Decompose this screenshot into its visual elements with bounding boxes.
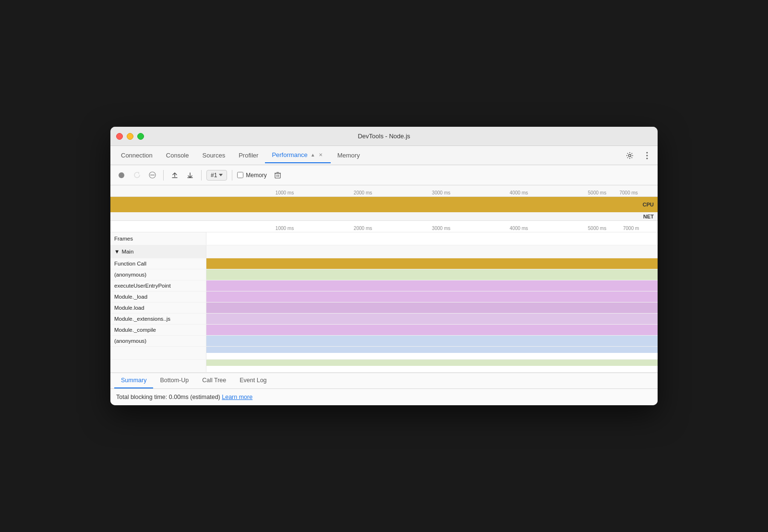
more-icon <box>646 152 648 159</box>
tab-summary[interactable]: Summary <box>114 373 153 388</box>
tab-connection[interactable]: Connection <box>114 148 159 163</box>
session-label: #1 <box>211 172 217 179</box>
separator-3 <box>232 170 232 181</box>
row-content-9[interactable] <box>206 360 658 372</box>
flame-row-8 <box>110 347 658 360</box>
row-label-5: Module._extensions..js <box>110 314 206 324</box>
upload-button[interactable] <box>168 169 181 181</box>
main-section-label[interactable]: ▼ Main <box>110 245 206 258</box>
learn-more-link[interactable]: Learn more <box>222 394 252 400</box>
flame-row-7: (anonymous) <box>110 336 658 347</box>
close-button[interactable] <box>116 133 123 140</box>
ruler2-3000: 3000 ms <box>432 226 450 231</box>
row-content-6[interactable] <box>206 325 658 335</box>
second-ruler: 1000 ms 2000 ms 3000 ms 4000 ms 5000 ms … <box>110 221 658 232</box>
performance-icon: ▲ <box>311 152 315 157</box>
more-menu-button[interactable] <box>640 149 654 162</box>
reload-button[interactable] <box>131 169 143 181</box>
title-bar: DevTools - Node.js <box>110 127 658 146</box>
flame-block-7 <box>206 336 658 346</box>
bottom-panel: Summary Bottom-Up Call Tree Event Log To… <box>110 373 658 405</box>
memory-checkbox-label: Memory <box>237 172 266 179</box>
svg-point-1 <box>647 152 648 153</box>
flame-chart-container[interactable]: 1000 ms 2000 ms 3000 ms 4000 ms 5000 ms … <box>110 221 658 373</box>
flame-row-6: Module._compile <box>110 325 658 336</box>
minimize-button[interactable] <box>127 133 133 140</box>
tab-bottom-up[interactable]: Bottom-Up <box>153 373 195 388</box>
row-content-4[interactable] <box>206 302 658 313</box>
delete-button[interactable] <box>272 169 284 181</box>
row-content-0[interactable] <box>206 258 658 269</box>
row-label-7: (anonymous) <box>110 336 206 346</box>
ruler-2000: 2000 ms <box>354 190 372 195</box>
top-ruler: 1000 ms 2000 ms 3000 ms 4000 ms 5000 ms … <box>110 185 658 197</box>
upload-icon <box>171 172 178 179</box>
main-section-content <box>206 245 658 258</box>
bottom-content: Total blocking time: 0.00ms (estimated) … <box>110 389 658 405</box>
row-content-2[interactable] <box>206 280 658 291</box>
settings-button[interactable] <box>623 149 636 162</box>
ruler2-7000: 7000 m <box>623 226 639 231</box>
flame-block-8a <box>206 347 658 353</box>
row-label-4: Module.load <box>110 302 206 313</box>
ruler-7000: 7000 ms <box>619 190 637 195</box>
status-text: Total blocking time: 0.00ms (estimated) <box>116 394 220 400</box>
tab-bar-right <box>623 149 654 162</box>
row-content-3[interactable] <box>206 291 658 302</box>
record-button[interactable] <box>115 169 128 181</box>
row-label-9 <box>110 360 206 372</box>
ruler-5000: 5000 ms <box>588 190 606 195</box>
timeline-overview: 1000 ms 2000 ms 3000 ms 4000 ms 5000 ms … <box>110 185 658 221</box>
tab-call-tree[interactable]: Call Tree <box>195 373 233 388</box>
download-icon <box>187 172 193 179</box>
svg-point-3 <box>647 157 648 159</box>
frames-row: Frames <box>110 232 658 245</box>
cpu-label: CPU <box>643 202 654 207</box>
row-label-2: executeUserEntryPoint <box>110 280 206 291</box>
row-label-0: Function Call <box>110 258 206 269</box>
row-label-3: Module._load <box>110 291 206 302</box>
flame-row-4: Module.load <box>110 302 658 314</box>
clear-button[interactable] <box>146 169 158 181</box>
svg-point-2 <box>647 155 648 156</box>
flame-row-2: executeUserEntryPoint <box>110 280 658 291</box>
devtools-window: DevTools - Node.js Connection Console So… <box>110 127 658 405</box>
reload-icon <box>133 171 141 179</box>
ruler-3000: 3000 ms <box>432 190 450 195</box>
flame-block-1 <box>206 269 658 280</box>
traffic-lights <box>116 133 144 140</box>
record-icon <box>118 172 125 179</box>
session-dropdown[interactable]: #1 <box>206 170 227 181</box>
maximize-button[interactable] <box>137 133 144 140</box>
row-content-8[interactable] <box>206 347 658 359</box>
memory-checkbox[interactable] <box>237 172 243 178</box>
tab-sources[interactable]: Sources <box>195 148 232 163</box>
separator-1 <box>163 170 164 181</box>
tab-memory[interactable]: Memory <box>331 148 367 163</box>
close-performance-tab[interactable]: ✕ <box>317 152 324 158</box>
tab-console[interactable]: Console <box>159 148 196 163</box>
svg-rect-7 <box>275 173 280 178</box>
delete-icon <box>275 171 281 179</box>
separator-2 <box>201 170 202 181</box>
row-content-7[interactable] <box>206 336 658 346</box>
tab-profiler[interactable]: Profiler <box>232 148 265 163</box>
collapse-icon: ▼ <box>114 249 120 254</box>
row-label-8 <box>110 347 206 359</box>
tab-event-log[interactable]: Event Log <box>233 373 273 388</box>
ruler2-1000: 1000 ms <box>276 226 294 231</box>
ruler2-5000: 5000 ms <box>588 226 606 231</box>
memory-checkbox-text: Memory <box>246 172 266 179</box>
row-content-1[interactable] <box>206 269 658 280</box>
flame-block-2 <box>206 280 658 291</box>
download-button[interactable] <box>184 169 196 181</box>
clear-icon <box>149 171 156 179</box>
cpu-bar: CPU <box>110 197 658 212</box>
window-title: DevTools - Node.js <box>358 133 410 140</box>
frames-content <box>206 232 658 245</box>
ruler-1000: 1000 ms <box>276 190 294 195</box>
svg-point-0 <box>629 154 631 157</box>
row-content-5[interactable] <box>206 314 658 324</box>
tab-performance[interactable]: Performance ▲ ✕ <box>265 147 330 163</box>
ruler-4000: 4000 ms <box>510 190 528 195</box>
